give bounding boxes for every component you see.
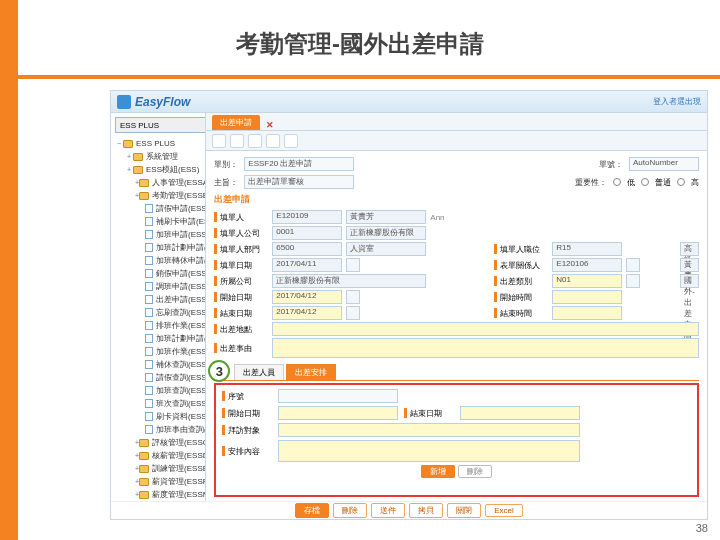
priority-low-label: 低 xyxy=(627,177,635,188)
toolbar-icon[interactable] xyxy=(266,134,280,148)
triptype-code[interactable]: N01 xyxy=(552,274,622,288)
applicant-en: Ann xyxy=(430,213,490,222)
tree-node[interactable]: 加班事由查詢(ESSQ13) xyxy=(115,423,205,436)
tree-node[interactable]: 請假查詢(ESSQ06) xyxy=(115,371,205,384)
tree-node[interactable]: 加班查詢(ESSQ09) xyxy=(115,384,205,397)
startdate-label: 開始日期 xyxy=(214,292,268,303)
starttime[interactable] xyxy=(552,290,622,304)
startdate[interactable]: 2017/04/12 xyxy=(272,290,342,304)
tree-node[interactable]: 請假申請(ESSF01) xyxy=(115,202,205,215)
form-code-label: 單別： xyxy=(214,159,238,170)
page-number: 38 xyxy=(696,522,708,534)
priority-high-radio[interactable] xyxy=(677,178,685,186)
place-input[interactable] xyxy=(272,322,699,336)
tree-node[interactable]: +核薪管理(ESSDRE) xyxy=(115,449,205,462)
target-input[interactable] xyxy=(278,423,580,437)
endtime-label: 結束時間 xyxy=(494,308,548,319)
detail-start-label: 開始日期 xyxy=(222,408,272,419)
seq-input[interactable] xyxy=(278,389,398,403)
close-tab-icon[interactable]: ✕ xyxy=(266,120,274,130)
main-tab[interactable]: 出差申請 xyxy=(212,115,260,130)
tree-node[interactable]: 加班計劃申請(多帳務多人) xyxy=(115,332,205,345)
tree-node[interactable]: +考勤管理(ESSBAT) xyxy=(115,189,205,202)
tree-node[interactable]: 加班轉休申請(ESSF06) xyxy=(115,254,205,267)
tree-node[interactable]: +評核管理(ESSCPA) xyxy=(115,436,205,449)
module-select[interactable]: ESS PLUS xyxy=(115,117,206,133)
page-title: 考勤管理-國外出差申請 xyxy=(0,28,720,60)
formdate-label: 填單日期 xyxy=(214,260,268,271)
tree-node[interactable]: +薪度管理(ESSMYO) xyxy=(115,488,205,501)
app-header: EasyFlow 登入者選出現 xyxy=(111,91,707,113)
date-picker-icon[interactable] xyxy=(346,306,360,320)
priority-label: 重要性： xyxy=(575,177,607,188)
save-button[interactable]: 存檔 xyxy=(295,503,329,518)
date-picker-icon[interactable] xyxy=(346,290,360,304)
company-name: 正新橡膠股份有限 xyxy=(346,226,426,240)
brand-logo xyxy=(117,95,131,109)
main-panel: 出差申請 ✕ 單別： ESSF20 出差申請 單號： AutoNumber xyxy=(206,113,707,519)
tree-node[interactable]: +薪資管理(ESSFPS) xyxy=(115,475,205,488)
tree-node[interactable]: 調班申請(ESSF17) xyxy=(115,280,205,293)
tree-node[interactable]: 補刷卡申請(ESSF03) xyxy=(115,215,205,228)
tree-node[interactable]: 出差申請(ESSF20) xyxy=(115,293,205,306)
copy-button[interactable]: 拷貝 xyxy=(409,503,443,518)
lookup-icon[interactable] xyxy=(626,258,640,272)
tree-node[interactable]: +系統管理 xyxy=(115,150,205,163)
endtime[interactable] xyxy=(552,306,622,320)
position-name: 高級專員 xyxy=(680,242,699,256)
tree-node[interactable]: 刷卡資料(ESSQ11) xyxy=(115,410,205,423)
detail-start-input[interactable] xyxy=(278,406,398,420)
tree-node[interactable]: +人事管理(ESSAHR) xyxy=(115,176,205,189)
tree-node[interactable]: +ESS模組(ESS) xyxy=(115,163,205,176)
triptype-desc: 國外-出差申請 xyxy=(680,274,699,288)
form-no-label: 單號： xyxy=(599,159,623,170)
tab-arrangement[interactable]: 出差安排 xyxy=(286,364,336,380)
related-label: 表單關係人 xyxy=(494,260,548,271)
tree-node[interactable]: 加班作業(ESSQ01) xyxy=(115,345,205,358)
tree-node[interactable]: +訓練管理(ESSETR) xyxy=(115,462,205,475)
login-user-link[interactable]: 登入者選出現 xyxy=(653,96,701,107)
toolbar-icon[interactable] xyxy=(248,134,262,148)
row-del-button[interactable]: 刪除 xyxy=(458,465,492,478)
content-input[interactable] xyxy=(278,440,580,462)
tree-node[interactable]: 忘刷查詢(ESSF21) xyxy=(115,306,205,319)
toolbar-icon[interactable] xyxy=(284,134,298,148)
applicant-label: 填單人 xyxy=(214,212,268,223)
tree-node[interactable]: 加班申請(ESSF04) xyxy=(115,228,205,241)
tree-node[interactable]: 加班計劃申請(ESSF05) xyxy=(115,241,205,254)
detail-end-input[interactable] xyxy=(460,406,580,420)
tripcompany: 正新橡膠股份有限 xyxy=(272,274,426,288)
tab-people[interactable]: 出差人員 xyxy=(234,364,284,380)
tree-node[interactable]: 班次查詢(ESSQ10) xyxy=(115,397,205,410)
tree-node[interactable]: 排班作業(ESSF50) xyxy=(115,319,205,332)
lookup-icon[interactable] xyxy=(626,274,640,288)
form-grid: 填單人 E120109 黃貴芳 Ann 填單人公司 0001 正新橡膠股份有限 … xyxy=(214,210,699,358)
nav-tree[interactable]: −ESS PLUS+系統管理+ESS模組(ESS)+人事管理(ESSAHR)+考… xyxy=(111,137,205,519)
dept-code: 6500 xyxy=(272,242,342,256)
delete-button[interactable]: 刪除 xyxy=(333,503,367,518)
subject[interactable]: 出差申請單審核 xyxy=(244,175,354,189)
position-label: 填單人職位 xyxy=(494,244,548,255)
sidebar: ESS PLUS −ESS PLUS+系統管理+ESS模組(ESS)+人事管理(… xyxy=(111,113,206,519)
reason-input[interactable] xyxy=(272,338,699,358)
row-add-button[interactable]: 新增 xyxy=(421,465,455,478)
date-picker-icon[interactable] xyxy=(346,258,360,272)
toolbar-icon[interactable] xyxy=(230,134,244,148)
form-no: AutoNumber xyxy=(629,157,699,171)
form-code[interactable]: ESSF20 出差申請 xyxy=(244,157,354,171)
priority-low-radio[interactable] xyxy=(613,178,621,186)
submit-button[interactable]: 送件 xyxy=(371,503,405,518)
related-code: E120106 xyxy=(552,258,622,272)
toolbar-icon[interactable] xyxy=(212,134,226,148)
enddate[interactable]: 2017/04/12 xyxy=(272,306,342,320)
close-button[interactable]: 關閉 xyxy=(447,503,481,518)
tree-node[interactable]: 銷假申請(ESSF08) xyxy=(115,267,205,280)
highlight-box: 序號 開始日期 結束日期 拜訪對象 安排內容 xyxy=(214,383,699,497)
priority-normal-label: 普通 xyxy=(655,177,671,188)
position-code: R15 xyxy=(552,242,622,256)
tree-node[interactable]: 補休查詢(ESSQ02) xyxy=(115,358,205,371)
toolbar xyxy=(206,131,707,151)
button-bar: 存檔 刪除 送件 拷貝 關閉 Excel xyxy=(111,501,707,519)
priority-normal-radio[interactable] xyxy=(641,178,649,186)
excel-button[interactable]: Excel xyxy=(485,504,523,517)
